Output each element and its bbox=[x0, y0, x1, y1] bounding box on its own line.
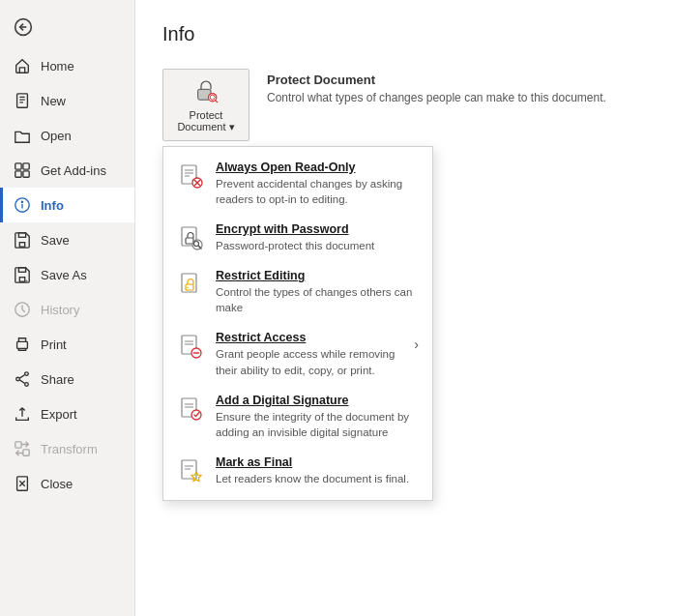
sidebar-label-export: Export bbox=[41, 407, 77, 422]
sidebar-item-new[interactable]: New bbox=[0, 83, 134, 118]
sidebar-item-info[interactable]: Info bbox=[0, 188, 134, 222]
sidebar-label-history: History bbox=[41, 303, 79, 317]
menu-item-mark-as-final[interactable]: Mark as Final Let readers know the docum… bbox=[163, 448, 432, 494]
menu-title-mark-as-final: Mark as Final bbox=[216, 455, 419, 469]
protect-desc-text: Control what types of changes people can… bbox=[267, 91, 606, 104]
print-icon bbox=[14, 336, 31, 353]
menu-desc-mark-as-final: Let readers know the document is final. bbox=[216, 471, 419, 486]
export-icon bbox=[14, 405, 31, 423]
save-icon bbox=[14, 231, 31, 249]
menu-title-encrypt-with-password: Encrypt with Password bbox=[216, 222, 419, 236]
menu-item-add-digital-signature[interactable]: Add a Digital Signature Ensure the integ… bbox=[163, 386, 432, 448]
menu-desc-restrict-access: Grant people access while removing their… bbox=[216, 346, 402, 377]
protect-dropdown: Always Open Read-Only Prevent accidental… bbox=[162, 146, 433, 501]
back-button[interactable] bbox=[0, 10, 134, 44]
sidebar-item-history: History bbox=[0, 292, 134, 327]
menu-desc-encrypt-with-password: Password-protect this document bbox=[216, 238, 419, 253]
sidebar-label-home: Home bbox=[41, 59, 74, 73]
menu-item-always-open-read-only[interactable]: Always Open Read-Only Prevent accidental… bbox=[163, 153, 432, 215]
menu-icon-restrict-access bbox=[177, 333, 204, 360]
sidebar-label-close: Close bbox=[41, 477, 73, 491]
new-icon bbox=[14, 92, 31, 109]
svg-line-21 bbox=[19, 380, 24, 384]
protect-title: Protect Document bbox=[267, 73, 606, 87]
main-content: Info ProtectDocument ▾ Protect Document … bbox=[135, 0, 674, 616]
menu-desc-add-digital-signature: Ensure the integrity of the document by … bbox=[216, 409, 419, 440]
svg-point-45 bbox=[187, 287, 189, 289]
sidebar-label-info: Info bbox=[41, 198, 64, 213]
menu-desc-always-open-read-only: Prevent accidental changes by asking rea… bbox=[216, 176, 419, 207]
info-icon bbox=[14, 196, 31, 214]
svg-point-18 bbox=[25, 383, 29, 387]
svg-rect-22 bbox=[15, 442, 21, 448]
svg-rect-16 bbox=[17, 341, 28, 348]
svg-line-20 bbox=[19, 375, 24, 379]
protect-document-button[interactable]: ProtectDocument ▾ bbox=[162, 69, 249, 141]
menu-icon-mark-as-final bbox=[177, 457, 204, 484]
menu-item-restrict-editing[interactable]: Restrict Editing Control the types of ch… bbox=[163, 261, 432, 323]
menu-title-add-digital-signature: Add a Digital Signature bbox=[216, 394, 419, 407]
svg-rect-10 bbox=[19, 243, 24, 248]
menu-icon-restrict-editing bbox=[177, 271, 204, 298]
svg-point-9 bbox=[21, 201, 22, 202]
save-as-icon: + bbox=[14, 266, 31, 283]
sidebar-label-print: Print bbox=[41, 337, 67, 352]
protect-button-label: ProtectDocument ▾ bbox=[177, 109, 234, 133]
page-title: Info bbox=[162, 23, 647, 45]
sidebar-nav: Home New Open Get Add-ins Info Save + Sa… bbox=[0, 48, 134, 501]
protect-section: ProtectDocument ▾ Protect Document Contr… bbox=[162, 69, 647, 141]
sidebar-label-save: Save bbox=[41, 233, 70, 248]
menu-title-restrict-access: Restrict Access bbox=[216, 331, 402, 344]
add-ins-icon bbox=[14, 161, 31, 179]
home-icon bbox=[14, 57, 31, 74]
sidebar-item-save[interactable]: Save bbox=[0, 222, 134, 257]
menu-icon-add-digital-signature bbox=[177, 396, 204, 423]
svg-point-19 bbox=[16, 377, 20, 381]
share-icon bbox=[14, 370, 31, 388]
menu-icon-encrypt-with-password bbox=[177, 224, 204, 251]
svg-rect-13 bbox=[18, 268, 25, 273]
svg-rect-5 bbox=[15, 171, 21, 177]
sidebar: Home New Open Get Add-ins Info Save + Sa… bbox=[0, 0, 135, 616]
svg-rect-2 bbox=[17, 94, 28, 107]
svg-point-17 bbox=[25, 372, 29, 376]
svg-rect-11 bbox=[18, 233, 25, 238]
svg-rect-43 bbox=[182, 274, 196, 292]
submenu-arrow: › bbox=[414, 331, 419, 352]
transform-icon bbox=[14, 440, 31, 457]
svg-rect-3 bbox=[15, 163, 21, 169]
menu-item-restrict-access[interactable]: Restrict Access Grant people access whil… bbox=[163, 323, 432, 385]
sidebar-label-get-add-ins: Get Add-ins bbox=[41, 163, 106, 178]
sidebar-item-transform: Transform bbox=[0, 431, 134, 466]
sidebar-label-share: Share bbox=[41, 372, 74, 387]
svg-rect-6 bbox=[23, 171, 29, 177]
history-icon bbox=[14, 301, 31, 318]
close-doc-icon bbox=[14, 475, 31, 492]
sidebar-item-print[interactable]: Print bbox=[0, 327, 134, 362]
menu-desc-restrict-editing: Control the types of changes others can … bbox=[216, 284, 419, 315]
open-icon bbox=[14, 127, 31, 144]
svg-rect-23 bbox=[23, 450, 29, 455]
sidebar-item-home[interactable]: Home bbox=[0, 48, 134, 83]
svg-line-30 bbox=[216, 101, 218, 103]
sidebar-item-save-as[interactable]: + Save As bbox=[0, 257, 134, 292]
sidebar-item-close[interactable]: Close bbox=[0, 466, 134, 501]
sidebar-label-transform: Transform bbox=[41, 442, 98, 456]
sidebar-item-open[interactable]: Open bbox=[0, 118, 134, 153]
protect-description: Protect Document Control what types of c… bbox=[267, 69, 606, 104]
menu-title-restrict-editing: Restrict Editing bbox=[216, 269, 419, 282]
sidebar-label-save-as: Save As bbox=[41, 268, 87, 282]
menu-title-always-open-read-only: Always Open Read-Only bbox=[216, 161, 419, 174]
sidebar-item-export[interactable]: Export bbox=[0, 396, 134, 431]
sidebar-label-new: New bbox=[41, 94, 66, 108]
sidebar-item-share[interactable]: Share bbox=[0, 362, 134, 396]
svg-rect-4 bbox=[23, 163, 29, 169]
sidebar-item-get-add-ins[interactable]: Get Add-ins bbox=[0, 153, 134, 188]
menu-item-encrypt-with-password[interactable]: Encrypt with Password Password-protect t… bbox=[163, 215, 432, 261]
sidebar-label-open: Open bbox=[41, 129, 72, 143]
svg-text:+: + bbox=[25, 278, 28, 283]
menu-icon-always-open-read-only bbox=[177, 162, 204, 190]
